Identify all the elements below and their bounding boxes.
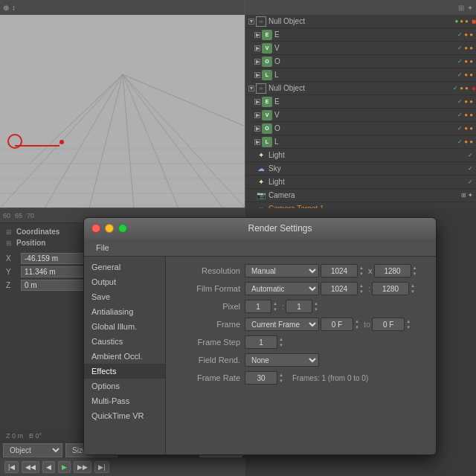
- y-input[interactable]: [21, 266, 88, 277]
- layer-row[interactable]: 📷 Camera ⊞ ✦: [245, 189, 476, 202]
- layer-row[interactable]: ∞ Camera.Target.1: [245, 202, 476, 208]
- expand-icon[interactable]: ▶: [254, 32, 260, 38]
- skip-end-button[interactable]: ▶|: [94, 461, 109, 473]
- fs-up[interactable]: ▲: [279, 336, 286, 342]
- pixel-val1-input[interactable]: [245, 300, 271, 313]
- z-axis-label: Z 0 m: [6, 432, 23, 440]
- layer-row[interactable]: ▶ L L ✓ ● ●: [251, 135, 476, 149]
- px2-up[interactable]: ▲: [314, 300, 321, 306]
- sidebar-options[interactable]: Options: [84, 379, 165, 393]
- dot-1: ✓: [457, 71, 463, 78]
- sidebar-save[interactable]: Save: [84, 289, 165, 304]
- resolution-height-input[interactable]: [374, 264, 411, 277]
- obj-icon: V: [262, 43, 272, 54]
- film-width-input[interactable]: [321, 282, 358, 295]
- film-h-up[interactable]: ▲: [411, 283, 418, 289]
- expand-icon[interactable]: ▶: [254, 126, 260, 132]
- viewport-arrow-icon: ↕: [12, 4, 16, 12]
- frame-to-down[interactable]: ▼: [406, 324, 414, 330]
- sidebar-quicktime-vr[interactable]: QuickTime VR: [84, 408, 165, 423]
- layer-row[interactable]: ✦ Light ✓: [245, 176, 476, 189]
- layer-row[interactable]: ▶ V V ✓ ● ●: [251, 42, 476, 55]
- film-height-input[interactable]: [372, 282, 409, 295]
- layer-row[interactable]: ✦ Light ✓: [245, 149, 476, 162]
- layer-row[interactable]: ▶ V V ✓ ● ●: [251, 109, 476, 122]
- expand-icon[interactable]: ▼: [248, 86, 254, 91]
- sky-icon: ☁: [256, 164, 266, 174]
- layer-row[interactable]: ☁ Sky ✓: [245, 162, 476, 176]
- fs-down[interactable]: ▼: [279, 342, 286, 348]
- layer-name: V: [274, 44, 457, 52]
- z-input[interactable]: [21, 280, 88, 291]
- px1-up[interactable]: ▲: [273, 300, 280, 306]
- sidebar-antialiasing[interactable]: Antialiasing: [84, 304, 165, 319]
- layer-row[interactable]: ▶ O O ✓ ● ●: [251, 55, 476, 68]
- close-button[interactable]: [91, 224, 100, 233]
- film-w-down[interactable]: ▼: [359, 289, 367, 295]
- play-button[interactable]: ▶: [58, 461, 71, 473]
- layer-row[interactable]: ▼ ∞ Null Object ● ● ● ■: [245, 15, 476, 28]
- px2-down[interactable]: ▼: [314, 306, 321, 312]
- expand-icon[interactable]: ▶: [254, 72, 260, 78]
- frame-step-input[interactable]: [245, 335, 277, 349]
- dot-3: ●: [469, 71, 473, 78]
- position-icon: ⊞: [6, 239, 12, 247]
- sidebar-ambient-occl[interactable]: Ambient Occl.: [84, 349, 165, 364]
- pixel-val2-input[interactable]: [286, 300, 312, 313]
- frame-from-up[interactable]: ▲: [355, 318, 362, 324]
- resolution-width-input[interactable]: [321, 264, 358, 277]
- frame-rate-input[interactable]: [245, 371, 277, 385]
- frame-to-up[interactable]: ▲: [406, 318, 414, 324]
- layer-row[interactable]: ▼ ∞ Null Object ✓ ● ● ●: [245, 82, 476, 95]
- sidebar-effects[interactable]: Effects: [84, 364, 165, 379]
- expand-icon[interactable]: ▶: [254, 45, 260, 51]
- frame-from-down[interactable]: ▼: [355, 324, 362, 330]
- layer-row[interactable]: ▶ O O ✓ ● ●: [251, 122, 476, 135]
- film-h-down[interactable]: ▼: [411, 289, 418, 295]
- minimize-button[interactable]: [105, 224, 114, 233]
- fr-down[interactable]: ▼: [279, 378, 286, 384]
- expand-icon[interactable]: ▼: [248, 19, 254, 25]
- frame-from-input[interactable]: [321, 318, 353, 331]
- next-button[interactable]: ▶▶: [74, 461, 91, 473]
- sidebar-output[interactable]: Output: [84, 274, 165, 289]
- object-mode-select[interactable]: Object: [3, 443, 62, 457]
- film-format-select[interactable]: Automatic: [245, 282, 319, 295]
- object-circle: [7, 134, 22, 149]
- light-icon-2: ✦: [256, 177, 266, 187]
- layer-name: O: [274, 124, 457, 132]
- expand-icon[interactable]: ▶: [254, 99, 260, 105]
- sidebar-general[interactable]: General: [84, 260, 165, 274]
- viewport-toolbar: ⊕ ↕: [0, 0, 245, 15]
- expand-icon[interactable]: ▶: [254, 139, 260, 145]
- expand-icon[interactable]: ▶: [254, 59, 260, 65]
- prev-frame-button[interactable]: ◀◀: [22, 461, 39, 473]
- expand-icon[interactable]: ▶: [254, 112, 260, 118]
- prev-button[interactable]: ◀: [42, 461, 55, 473]
- px1-down[interactable]: ▼: [273, 306, 280, 312]
- res-h-down[interactable]: ▼: [413, 271, 420, 277]
- layer-row[interactable]: ▶ E E ✓ ● ●: [251, 95, 476, 109]
- resolution-mode-select[interactable]: Manual: [245, 264, 319, 277]
- film-w-up[interactable]: ▲: [359, 283, 367, 289]
- fr-up[interactable]: ▲: [279, 372, 286, 378]
- frame-mode-select[interactable]: Current Frame: [245, 318, 319, 331]
- dot-1: ✓: [457, 45, 463, 51]
- frame-to-input[interactable]: [372, 318, 405, 331]
- file-menu[interactable]: File: [90, 243, 115, 252]
- layer-row[interactable]: ▶ E E ✓ ● ●: [251, 28, 476, 42]
- sidebar-global-illum[interactable]: Global Illum.: [84, 319, 165, 334]
- sidebar-multi-pass[interactable]: Multi-Pass: [84, 393, 165, 408]
- skip-start-button[interactable]: |◀: [4, 461, 19, 473]
- res-w-down[interactable]: ▼: [359, 271, 367, 277]
- sidebar-caustics[interactable]: Caustics: [84, 334, 165, 349]
- field-rend-select[interactable]: None: [245, 353, 319, 367]
- layer-name: O: [274, 57, 457, 65]
- res-w-up[interactable]: ▲: [359, 265, 367, 271]
- maximize-button[interactable]: [118, 224, 127, 233]
- layer-row[interactable]: ▶ L L ✓ ● ●: [251, 68, 476, 82]
- light-icon: ✦: [256, 150, 266, 161]
- svg-line-7: [30, 74, 123, 164]
- res-h-up[interactable]: ▲: [413, 265, 420, 271]
- x-input[interactable]: [21, 253, 88, 264]
